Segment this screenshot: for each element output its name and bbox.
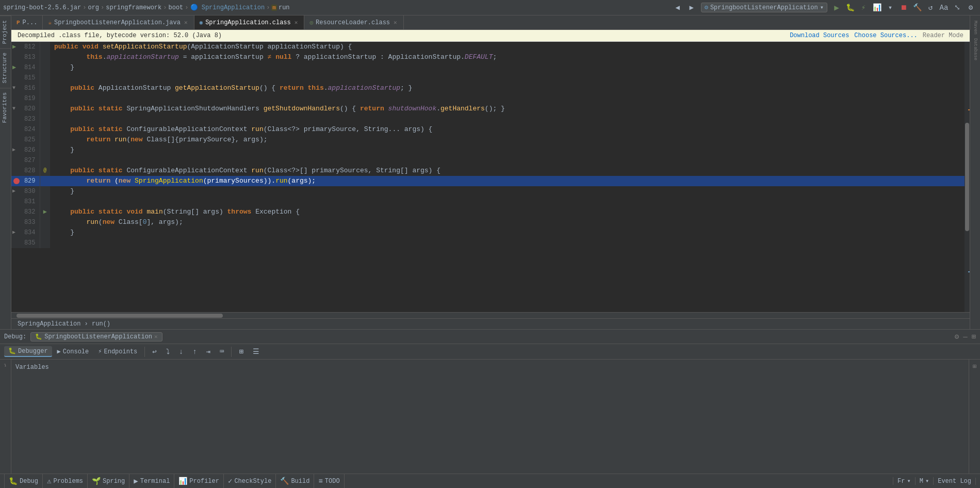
sidebar-item-project[interactable]: Project: [0, 15, 11, 48]
h-scrollbar-thumb[interactable]: [17, 314, 223, 318]
line-number: 828: [11, 166, 40, 176]
download-sources-link[interactable]: Download Sources: [790, 32, 849, 39]
breadcrumb-method[interactable]: run: [279, 4, 290, 11]
evaluate-button[interactable]: ⌨: [216, 346, 228, 357]
step-over-button[interactable]: ⤵: [162, 347, 174, 357]
run-to-cursor-button[interactable]: ⇥: [202, 346, 215, 357]
scrollbar-thumb[interactable]: [965, 123, 969, 231]
debug-right-sidebar: ⊞: [969, 360, 980, 474]
status-checkstyle[interactable]: ✓ CheckStyle: [224, 474, 276, 488]
tab-resource-loader[interactable]: ◎ ResourceLoader.class ✕: [304, 15, 403, 29]
code-line: [50, 73, 965, 83]
console-tab[interactable]: ▶ Console: [53, 347, 93, 356]
reader-mode-button[interactable]: Reader Mode: [923, 32, 963, 39]
collapse-arrow[interactable]: ▶: [12, 42, 16, 52]
debugger-label: Debugger: [18, 348, 48, 355]
checkstyle-label: CheckStyle: [234, 478, 271, 485]
settings-button[interactable]: ⚙: [965, 2, 977, 14]
debugger-tab[interactable]: 🐛 Debugger: [4, 346, 52, 357]
collapse-icon5[interactable]: ▶: [12, 227, 15, 238]
frames-button[interactable]: ☰: [249, 346, 264, 357]
dropdown-button[interactable]: ▾: [884, 2, 896, 14]
collapse-icon4[interactable]: ▶: [12, 186, 15, 197]
status-event-log[interactable]: Event Log: [934, 478, 976, 485]
checkstyle-icon: ✓: [228, 477, 232, 485]
spring-icon: 🌱: [92, 477, 101, 485]
build-status-icon: 🔨: [280, 477, 289, 485]
debug-sidebar-icon1[interactable]: ↩: [2, 362, 9, 369]
breadcrumb-org[interactable]: org: [88, 4, 99, 11]
build-button[interactable]: 🔨: [911, 2, 923, 14]
sidebar-maven[interactable]: Maven: [971, 18, 979, 38]
sidebar-database[interactable]: Database: [971, 39, 979, 60]
status-debug[interactable]: 🐛 Debug: [4, 474, 43, 488]
breadcrumb-sep2: ›: [101, 4, 104, 11]
line-number: 831: [11, 197, 40, 207]
line-number: 833: [11, 217, 40, 227]
run-config-icon: ⚙: [705, 4, 708, 11]
breadcrumb-boot[interactable]: boot: [168, 4, 183, 11]
tab-project[interactable]: P P...: [11, 15, 43, 29]
run-button[interactable]: ▶: [830, 2, 843, 14]
line-number: 824: [11, 124, 40, 135]
status-m[interactable]: M ▾: [916, 477, 934, 485]
choose-sources-link[interactable]: Choose Sources...: [854, 32, 917, 39]
tab-spring-application[interactable]: ◉ SpringApplication.class ✕: [194, 15, 305, 29]
collapse-icon3[interactable]: ▶: [12, 145, 15, 155]
gutter: [40, 62, 50, 73]
debug-layout-icon[interactable]: ⊞: [972, 362, 977, 371]
status-profiler[interactable]: 📊 Profiler: [174, 474, 224, 488]
stop-button[interactable]: ⏹: [897, 2, 910, 14]
expand-button[interactable]: ⤡: [951, 2, 963, 14]
status-terminal[interactable]: ▶ Terminal: [129, 474, 174, 488]
breadcrumb-springframework[interactable]: springframework: [106, 4, 161, 11]
line-number: 827: [11, 155, 40, 166]
breadcrumb-class[interactable]: 🔵 SpringApplication: [190, 4, 265, 11]
gutter: ▶: [40, 207, 50, 217]
left-side-tabs: Project Structure Favorites: [0, 15, 11, 329]
tab-resource-close[interactable]: ✕: [393, 19, 398, 26]
line-number-breakpoint: 829: [11, 176, 40, 186]
profile-button[interactable]: 📊: [871, 2, 883, 14]
coverage-button[interactable]: ⚡: [857, 2, 870, 14]
horizontal-scrollbar[interactable]: [11, 312, 970, 318]
line-number: ▼ 820: [11, 104, 40, 114]
vertical-scrollbar[interactable]: [965, 42, 970, 312]
tab-listener-close[interactable]: ✕: [183, 19, 189, 26]
breadcrumb-jar[interactable]: spring-boot-2.5.6.jar: [3, 4, 81, 11]
sidebar-item-favorites[interactable]: Favorites: [0, 88, 11, 127]
status-build[interactable]: 🔨 Build: [276, 474, 314, 488]
collapse-arrow2[interactable]: ▶: [12, 62, 16, 73]
step-into-button[interactable]: ↓: [175, 347, 187, 357]
translate-button[interactable]: Aa: [938, 2, 950, 14]
update-button[interactable]: ↺: [924, 2, 937, 14]
status-todo[interactable]: ≡ TODO: [314, 474, 344, 488]
toolbar-actions: ▶ 🐛 ⚡ 📊 ▾ ⏹ 🔨 ↺ Aa ⤡ ⚙: [830, 2, 977, 14]
status-fr[interactable]: Fr ▾: [893, 477, 916, 485]
breadcrumb-sep4: ›: [185, 4, 188, 11]
watch-button[interactable]: ⊞: [235, 346, 247, 357]
step-out-button[interactable]: ↑: [188, 347, 201, 357]
collapse-icon2[interactable]: ▼: [12, 104, 15, 114]
debug-session-tab[interactable]: 🐛 SpringbootListenerApplication ✕: [30, 332, 162, 341]
status-problems[interactable]: ⚠ Problems: [43, 474, 88, 488]
debug-settings-button[interactable]: ⚙: [955, 332, 959, 341]
restore-button[interactable]: ↩: [148, 346, 160, 357]
code-editor[interactable]: ▶ 812 public void setApplicationStartup(…: [11, 42, 965, 312]
tab-spring-close[interactable]: ✕: [293, 19, 299, 26]
endpoints-tab[interactable]: ⚡ Endpoints: [94, 347, 141, 356]
back-button[interactable]: ◀: [672, 2, 684, 14]
tab-springboot-listener[interactable]: ☕ SpringbootListenerApplication.java ✕: [43, 15, 194, 29]
status-spring[interactable]: 🌱 Spring: [88, 474, 129, 488]
debug-layout-button[interactable]: ⊞: [972, 332, 976, 341]
run-config-selector[interactable]: ⚙ SpringbootListenerApplication ▾: [701, 3, 827, 12]
breakpoint-marker[interactable]: [13, 178, 20, 184]
sidebar-item-structure[interactable]: Structure: [0, 48, 11, 87]
collapse-icon[interactable]: ▼: [12, 83, 15, 93]
debug-run-button[interactable]: 🐛: [844, 2, 856, 14]
step-out-icon: ↑: [192, 348, 197, 356]
m-label: M: [920, 478, 923, 485]
debug-session-close[interactable]: ✕: [154, 333, 158, 340]
forward-button[interactable]: ▶: [685, 2, 698, 14]
debug-minimize-button[interactable]: —: [963, 333, 967, 341]
